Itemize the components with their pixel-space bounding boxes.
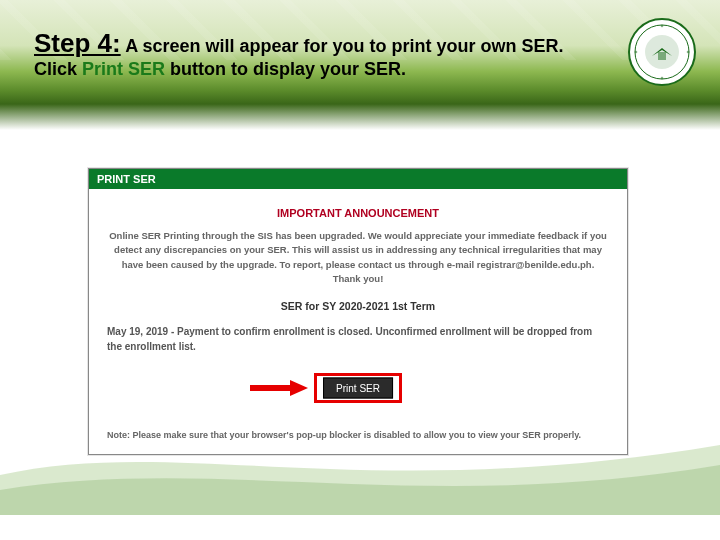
step-text-after: button to display your SER. (165, 59, 406, 79)
announcement-title: IMPORTANT ANNOUNCEMENT (107, 207, 609, 219)
panel-title: PRINT SER (89, 169, 627, 189)
ser-term-label: SER for SY 2020-2021 1st Term (107, 300, 609, 312)
svg-rect-8 (250, 385, 290, 391)
slide-bottom-curve (0, 395, 720, 515)
college-seal-logo (628, 18, 696, 86)
svg-point-5 (661, 77, 663, 79)
step-label: Step 4: (34, 28, 121, 58)
step-text-highlight: Print SER (82, 59, 165, 79)
svg-point-7 (687, 51, 689, 53)
svg-point-6 (635, 51, 637, 53)
announcement-body: Online SER Printing through the SIS has … (107, 229, 609, 286)
payment-notice: May 19, 2019 - Payment to confirm enroll… (107, 324, 609, 354)
arrow-icon (250, 380, 308, 396)
svg-point-4 (661, 25, 663, 27)
instruction-heading: Step 4: A screen will appear for you to … (34, 28, 610, 80)
svg-marker-9 (290, 380, 308, 396)
svg-rect-3 (658, 52, 666, 60)
